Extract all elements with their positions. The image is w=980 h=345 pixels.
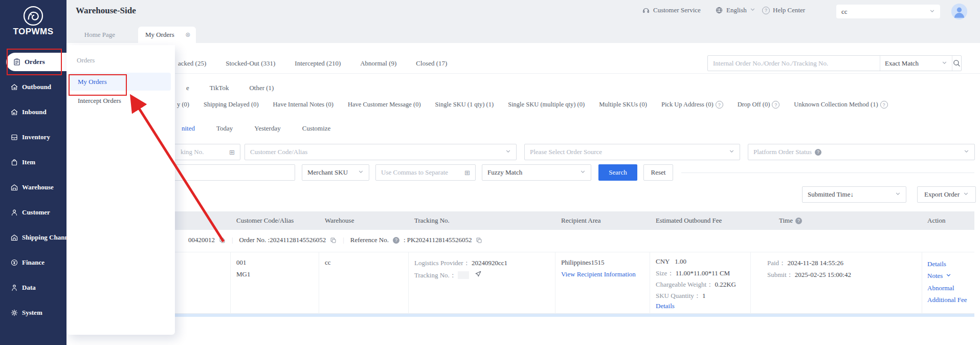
sku-type-value: Merchant SKU (307, 168, 348, 177)
attr-filter-single-sku-1[interactable]: Single SKU (1 qty) (1) (435, 101, 494, 109)
reset-button[interactable]: Reset (643, 164, 673, 181)
copy-icon[interactable] (476, 237, 482, 244)
customer-service-link[interactable]: Customer Service (642, 6, 701, 14)
sidebar-item-shipping-channel[interactable]: Shipping Chann (0, 228, 66, 247)
flyout-item-intercept-orders[interactable]: Intercept Orders (78, 97, 121, 105)
copy-icon[interactable] (219, 237, 226, 244)
weight-value: 0.22KG (715, 281, 736, 288)
attr-filter-drop-off[interactable]: Drop Off (0)? (738, 101, 780, 109)
sidebar-item-finance[interactable]: Finance (0, 253, 66, 272)
action-additional-fee-link[interactable]: Additional Fee (927, 296, 967, 304)
order-source-select[interactable]: Please Select Order Source (524, 144, 740, 160)
row-bottom-strip (66, 314, 974, 317)
send-icon[interactable] (475, 270, 482, 277)
col-tracking-no: Tracking No. (414, 217, 450, 225)
size-line: Size： 11.00*11.00*11 CM (656, 269, 730, 278)
tab-label: Home Page (84, 31, 115, 39)
attr-filter-internal-notes[interactable]: Have Internal Notes (0) (273, 101, 333, 109)
status-tab-abnormal[interactable]: Abnormal (9) (360, 59, 396, 68)
platform-filter-tiktok[interactable]: TikTok (210, 84, 229, 92)
flyout-item-my-orders[interactable]: My Orders (70, 73, 171, 91)
fee-line: CNY 1.00 (656, 257, 686, 266)
sidebar-item-label: Data (22, 284, 36, 292)
fuzzy-match-select[interactable]: Fuzzy Match (482, 164, 591, 181)
order-status-tabs: acked (25) Stocked-Out (331) Intercepted… (178, 59, 447, 68)
help-icon[interactable]: ? (772, 101, 779, 109)
help-icon[interactable]: ? (880, 101, 888, 109)
separator: | (343, 236, 344, 244)
time-filter-customize[interactable]: Customize (302, 124, 331, 133)
attr-filter-pickup-address[interactable]: Pick Up Address (0)? (661, 101, 723, 109)
sidebar-item-inventory[interactable]: Inventory (0, 128, 66, 146)
attr-filter-customer-message[interactable]: Have Customer Message (0) (348, 101, 421, 109)
expand-plus-icon[interactable]: ⊞ (229, 148, 235, 156)
action-notes-link[interactable]: Notes (927, 272, 951, 280)
language-switcher[interactable]: English (715, 6, 755, 14)
match-mode-select[interactable]: Exact Match (880, 56, 952, 71)
customer-service-label: Customer Service (653, 6, 701, 14)
attr-filter[interactable]: y (0) (177, 101, 189, 109)
sidebar-item-system[interactable]: System (0, 304, 66, 322)
house-in-icon (10, 108, 18, 117)
sidebar-item-warehouse[interactable]: Warehouse (0, 178, 66, 197)
sidebar-item-inbound[interactable]: Inbound (0, 103, 66, 121)
sidebar-item-orders[interactable]: Orders (6, 53, 66, 71)
help-icon[interactable]: ? (716, 101, 723, 109)
search-button[interactable]: Search (598, 164, 637, 181)
customer-code-select[interactable]: Customer Code/Alias (244, 144, 517, 160)
sidebar-item-data[interactable]: Data (0, 278, 66, 297)
platform-filter-fragment[interactable]: e (186, 84, 189, 92)
action-details-link[interactable]: Details (927, 260, 946, 268)
sidebar-item-item[interactable]: Item (0, 153, 66, 171)
order-search-input[interactable] (713, 59, 875, 68)
tab-my-orders[interactable]: My Orders ⊗ (138, 27, 196, 43)
time-filter-yesterday[interactable]: Yesterday (254, 124, 280, 133)
export-order-button[interactable]: Export Order (917, 186, 976, 203)
customer-icon (10, 208, 18, 217)
sku-type-select[interactable]: Merchant SKU (302, 164, 369, 181)
sidebar-item-customer[interactable]: Customer (0, 203, 66, 222)
logo-text: TOPWMS (0, 27, 66, 37)
view-recipient-link[interactable]: View Recipient Information (561, 270, 636, 278)
headset-icon (642, 6, 650, 14)
attr-filter-multiple-skus[interactable]: Multiple SKUs (0) (599, 101, 647, 109)
sidebar-item-label: Shipping Chann (22, 233, 66, 242)
account-select[interactable]: cc (836, 5, 940, 18)
status-tab-stocked-out[interactable]: Stocked-Out (331) (226, 59, 275, 68)
help-icon-filled[interactable]: ? (815, 149, 821, 156)
time-filter-row: nited Today Yesterday Customize (182, 124, 330, 133)
question-circle-icon: ? (762, 7, 770, 14)
warehouse-value: cc (325, 258, 331, 267)
attr-filter-single-sku-multi[interactable]: Single SKU (multiple qty) (0) (508, 101, 585, 109)
platform-order-status-select[interactable]: Platform Order Status ? (748, 144, 975, 160)
fee-details-link[interactable]: Details (656, 302, 675, 310)
fee-currency: CNY (656, 257, 670, 265)
platform-filter-other[interactable]: Other (1) (249, 84, 274, 92)
attr-filter-unknown-collection[interactable]: Unknown Collection Method (1)? (794, 101, 887, 109)
tab-home-page[interactable]: Home Page (74, 27, 125, 43)
search-icon-button[interactable] (952, 56, 961, 71)
help-icon-filled[interactable]: ? (393, 237, 399, 244)
paid-label: Paid： (767, 259, 786, 267)
attr-filter-shipping-delayed[interactable]: Shipping Delayed (0) (204, 101, 259, 109)
status-tab-packed[interactable]: acked (25) (178, 59, 206, 68)
col-warehouse: Warehouse (325, 217, 354, 225)
avatar[interactable] (951, 4, 967, 19)
sidebar-item-label: Item (22, 158, 35, 166)
warehouse-icon (10, 183, 18, 192)
help-icon-filled[interactable]: ? (795, 218, 802, 224)
sidebar-item-outbound[interactable]: Outbound (0, 78, 66, 96)
status-tab-intercepted[interactable]: Intercepted (210) (295, 59, 341, 68)
sort-select[interactable]: Submitted Time↓ (802, 186, 906, 203)
expand-plus-icon[interactable]: ⊞ (464, 169, 470, 177)
time-filter-unlimited-fragment[interactable]: nited (182, 124, 195, 133)
copy-icon[interactable] (330, 237, 337, 244)
status-tab-closed[interactable]: Closed (17) (416, 59, 447, 68)
action-abnormal-link[interactable]: Abnormal (927, 284, 954, 292)
time-filter-today[interactable]: Today (216, 124, 233, 133)
topwms-elephant-logo-icon (21, 4, 45, 28)
close-tab-icon[interactable]: ⊗ (185, 31, 191, 39)
help-center-link[interactable]: ? Help Center (762, 6, 805, 14)
sku-input-field[interactable] (381, 168, 460, 177)
globe-icon (715, 6, 723, 14)
